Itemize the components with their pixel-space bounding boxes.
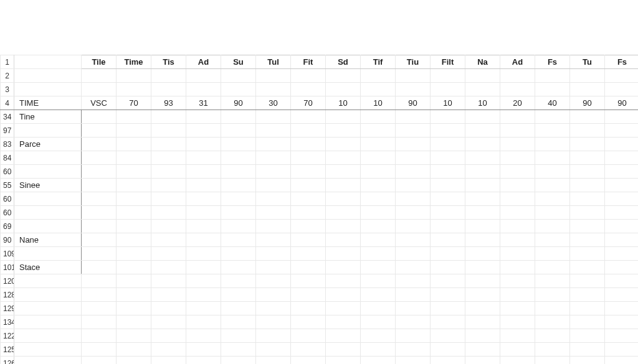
cell[interactable] — [186, 110, 221, 124]
row-label[interactable] — [14, 165, 82, 179]
row-number[interactable]: 128 — [1, 288, 14, 302]
cell[interactable] — [221, 165, 256, 179]
cell[interactable] — [570, 124, 605, 138]
cell[interactable] — [291, 357, 326, 365]
data-table[interactable]: 1TileTimeTisAdSuTulFitSdTifTiuFiltNaAdFs… — [0, 55, 638, 364]
row-number[interactable]: 97 — [1, 124, 14, 138]
cell[interactable] — [535, 315, 570, 329]
column-header[interactable]: Ad — [500, 55, 535, 69]
cell[interactable] — [605, 233, 639, 247]
cell[interactable] — [291, 343, 326, 357]
row-number[interactable]: 60 — [1, 192, 14, 206]
cell[interactable] — [605, 165, 639, 179]
column-header[interactable]: Fs — [535, 55, 570, 69]
row-number[interactable]: 4 — [1, 96, 14, 110]
cell[interactable] — [570, 110, 605, 124]
cell[interactable] — [500, 110, 535, 124]
cell[interactable] — [82, 220, 117, 233]
cell[interactable] — [431, 83, 465, 96]
cell[interactable] — [605, 138, 639, 151]
cell[interactable] — [221, 138, 256, 151]
cell[interactable] — [117, 329, 151, 343]
cell[interactable] — [431, 151, 465, 165]
cell[interactable] — [117, 302, 151, 315]
cell[interactable] — [605, 329, 639, 343]
cell[interactable] — [117, 138, 151, 151]
cell[interactable] — [396, 357, 431, 365]
cell[interactable] — [605, 288, 639, 302]
cell[interactable] — [361, 124, 396, 138]
row-number[interactable]: 60 — [1, 165, 14, 179]
cell[interactable] — [326, 179, 361, 192]
cell[interactable] — [256, 151, 291, 165]
column-header[interactable]: Su — [221, 55, 256, 69]
cell[interactable] — [186, 192, 221, 206]
cell[interactable] — [326, 302, 361, 315]
cell[interactable] — [117, 165, 151, 179]
row-label[interactable]: Tine — [14, 110, 82, 124]
cell[interactable] — [326, 138, 361, 151]
cell[interactable] — [431, 110, 465, 124]
cell[interactable] — [291, 138, 326, 151]
row-label[interactable] — [14, 206, 82, 220]
cell[interactable] — [117, 315, 151, 329]
cell[interactable] — [465, 302, 500, 315]
row-label[interactable]: Nane — [14, 233, 82, 247]
cell[interactable]: 10 — [361, 96, 396, 110]
cell[interactable] — [570, 315, 605, 329]
cell[interactable] — [291, 233, 326, 247]
cell[interactable] — [221, 274, 256, 288]
cell[interactable] — [14, 69, 82, 83]
cell[interactable] — [117, 233, 151, 247]
cell[interactable] — [186, 357, 221, 365]
column-header[interactable]: Tile — [82, 55, 117, 69]
cell[interactable] — [82, 179, 117, 192]
cell[interactable] — [151, 233, 186, 247]
cell[interactable] — [431, 233, 465, 247]
cell[interactable] — [186, 274, 221, 288]
cell[interactable] — [431, 165, 465, 179]
cell[interactable] — [151, 165, 186, 179]
cell[interactable] — [570, 302, 605, 315]
cell[interactable] — [256, 315, 291, 329]
cell[interactable] — [465, 179, 500, 192]
cell[interactable]: 70 — [291, 96, 326, 110]
cell[interactable] — [570, 138, 605, 151]
cell[interactable] — [361, 110, 396, 124]
row-label[interactable] — [14, 192, 82, 206]
cell[interactable] — [117, 69, 151, 83]
cell[interactable] — [570, 288, 605, 302]
cell[interactable] — [605, 206, 639, 220]
cell[interactable] — [431, 192, 465, 206]
cell[interactable] — [605, 274, 639, 288]
cell[interactable] — [221, 302, 256, 315]
cell[interactable] — [396, 233, 431, 247]
cell[interactable] — [186, 315, 221, 329]
cell[interactable] — [117, 247, 151, 261]
cell[interactable] — [326, 110, 361, 124]
cell[interactable] — [256, 302, 291, 315]
cell[interactable] — [465, 124, 500, 138]
cell[interactable] — [500, 288, 535, 302]
row-label[interactable] — [14, 343, 82, 357]
cell[interactable]: 90 — [605, 96, 639, 110]
cell[interactable] — [151, 138, 186, 151]
cell[interactable] — [82, 151, 117, 165]
cell[interactable] — [151, 329, 186, 343]
cell[interactable]: 20 — [500, 96, 535, 110]
cell[interactable] — [151, 261, 186, 274]
cell[interactable] — [117, 179, 151, 192]
cell[interactable] — [361, 343, 396, 357]
cell[interactable] — [570, 261, 605, 274]
cell[interactable] — [151, 274, 186, 288]
cell[interactable] — [570, 274, 605, 288]
row-number[interactable]: 1 — [1, 55, 14, 69]
cell[interactable] — [256, 261, 291, 274]
cell[interactable] — [221, 343, 256, 357]
cell[interactable] — [117, 288, 151, 302]
cell[interactable] — [431, 343, 465, 357]
cell[interactable] — [605, 357, 639, 365]
cell[interactable] — [82, 124, 117, 138]
cell[interactable] — [431, 302, 465, 315]
cell[interactable] — [431, 69, 465, 83]
